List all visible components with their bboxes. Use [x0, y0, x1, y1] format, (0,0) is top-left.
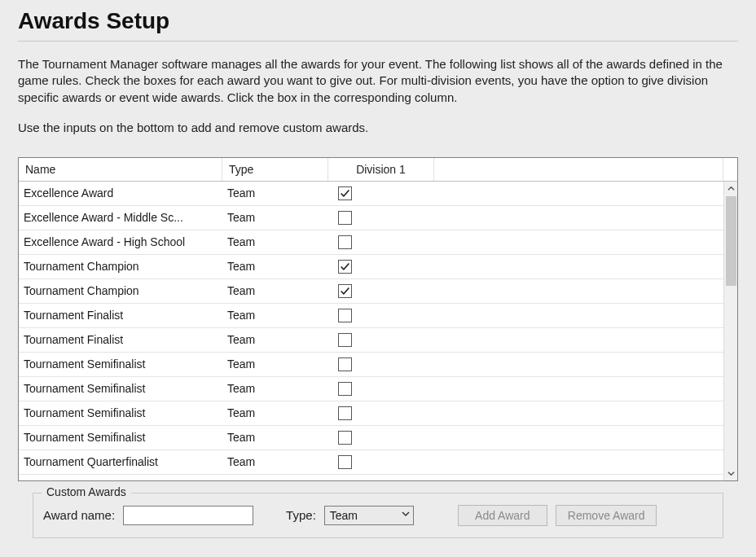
table-body: Excellence AwardTeamExcellence Award - M…	[19, 182, 723, 480]
cell-type: Team	[222, 309, 328, 322]
table-row[interactable]: Tournament SemifinalistTeam	[19, 426, 723, 450]
division1-checkbox[interactable]	[338, 309, 352, 322]
cell-type: Team	[222, 333, 328, 346]
col-header-blank	[434, 158, 723, 181]
cell-type: Team	[222, 406, 328, 419]
cell-type: Team	[222, 431, 328, 444]
table-row[interactable]: Tournament ChampionTeam	[19, 279, 723, 304]
cell-name: Excellence Award	[19, 186, 222, 200]
type-label: Type:	[286, 508, 316, 522]
type-select[interactable]: Team	[324, 506, 414, 525]
scroll-down-arrow[interactable]	[724, 467, 737, 480]
division1-checkbox[interactable]	[338, 382, 352, 396]
cell-type: Team	[222, 382, 328, 395]
cell-name: Tournament Champion	[19, 284, 222, 297]
division1-checkbox[interactable]	[338, 235, 352, 249]
cell-type: Team	[222, 357, 328, 371]
cell-type: Team	[222, 284, 328, 297]
division1-checkbox[interactable]	[338, 406, 352, 420]
remove-award-button[interactable]: Remove Award	[556, 505, 657, 526]
cell-name: Tournament Champion	[19, 260, 222, 273]
cell-division1	[328, 431, 434, 445]
table-row[interactable]: Tournament SemifinalistTeam	[19, 377, 723, 401]
table-row[interactable]: Excellence AwardTeam	[19, 182, 723, 206]
cell-name: Tournament Finalist	[19, 309, 222, 322]
cell-name: Excellence Award - High School	[19, 235, 222, 248]
scroll-up-arrow[interactable]	[724, 182, 737, 195]
cell-type: Team	[222, 455, 328, 468]
division1-checkbox[interactable]	[338, 211, 352, 225]
table-row[interactable]: Tournament QuarterfinalistTeam	[19, 450, 723, 475]
divider	[18, 41, 738, 42]
table-row[interactable]: Tournament SemifinalistTeam	[19, 353, 723, 377]
table-row[interactable]: Excellence Award - Middle Sc...Team	[19, 206, 723, 230]
cell-name: Tournament Semifinalist	[19, 382, 222, 395]
table-row[interactable]: Tournament ChampionTeam	[19, 255, 723, 279]
page-title: Awards Setup	[18, 8, 738, 34]
intro-text-1: The Tournament Manager software manages …	[18, 56, 738, 106]
cell-name: Tournament Semifinalist	[19, 357, 222, 371]
cell-division1	[328, 357, 434, 371]
vertical-scrollbar[interactable]	[723, 182, 737, 480]
col-header-scroll-spacer	[723, 158, 737, 181]
table-row[interactable]: Excellence Award - High SchoolTeam	[19, 230, 723, 255]
division1-checkbox[interactable]	[338, 333, 352, 347]
table-row[interactable]: Tournament SemifinalistTeam	[19, 401, 723, 426]
cell-type: Team	[222, 186, 328, 200]
cell-division1	[328, 260, 434, 274]
division1-checkbox[interactable]	[338, 455, 352, 469]
division1-checkbox[interactable]	[338, 284, 352, 298]
cell-type: Team	[222, 235, 328, 248]
cell-name: Excellence Award - Middle Sc...	[19, 211, 222, 224]
award-name-label: Award name:	[43, 508, 115, 522]
custom-awards-legend: Custom Awards	[42, 485, 131, 498]
col-header-type[interactable]: Type	[222, 158, 328, 181]
cell-division1	[328, 284, 434, 298]
cell-division1	[328, 382, 434, 396]
cell-division1	[328, 186, 434, 200]
custom-awards-group: Custom Awards Award name: Type: Team Add…	[33, 493, 723, 538]
cell-division1	[328, 455, 434, 469]
table-row[interactable]: Tournament FinalistTeam	[19, 328, 723, 353]
table-header: Name Type Division 1	[19, 158, 737, 182]
cell-division1	[328, 211, 434, 225]
scroll-thumb[interactable]	[726, 196, 736, 286]
cell-division1	[328, 309, 434, 322]
awards-table: Name Type Division 1 Excellence AwardTea…	[18, 157, 738, 481]
col-header-division1[interactable]: Division 1	[328, 158, 434, 181]
table-row[interactable]: Tournament FinalistTeam	[19, 304, 723, 328]
cell-division1	[328, 235, 434, 249]
cell-division1	[328, 406, 434, 420]
cell-name: Tournament Semifinalist	[19, 406, 222, 419]
cell-division1	[328, 333, 434, 347]
col-header-name[interactable]: Name	[19, 158, 222, 181]
division1-checkbox[interactable]	[338, 260, 352, 274]
type-select-value[interactable]: Team	[324, 506, 414, 525]
cell-name: Tournament Finalist	[19, 333, 222, 346]
cell-type: Team	[222, 260, 328, 273]
cell-name: Tournament Quarterfinalist	[19, 455, 222, 468]
cell-name: Tournament Semifinalist	[19, 431, 222, 444]
award-name-input[interactable]	[123, 506, 253, 525]
division1-checkbox[interactable]	[338, 431, 352, 445]
add-award-button[interactable]: Add Award	[458, 505, 547, 526]
intro-text-2: Use the inputs on the bottom to add and …	[18, 121, 738, 134]
division1-checkbox[interactable]	[338, 357, 352, 371]
division1-checkbox[interactable]	[338, 186, 352, 200]
cell-type: Team	[222, 211, 328, 224]
